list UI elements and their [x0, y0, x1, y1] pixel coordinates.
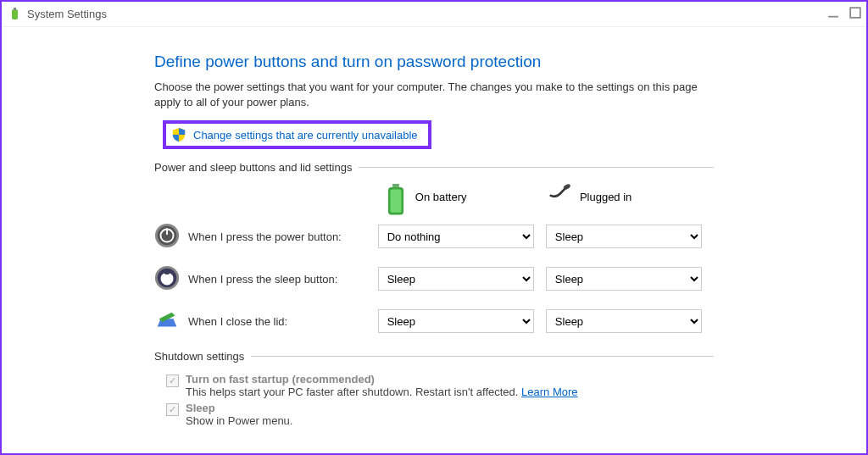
row-close-lid: When I close the lid: Sleep Sleep — [154, 308, 714, 335]
battery-icon — [385, 184, 407, 209]
fast-startup-desc: This helps start your PC faster after sh… — [186, 386, 578, 398]
power-button-plugged-select[interactable]: Sleep — [546, 225, 702, 248]
uac-shield-icon — [171, 127, 186, 142]
lid-icon — [154, 308, 180, 335]
svg-rect-0 — [12, 9, 18, 19]
content-area: Define power buttons and turn on passwor… — [2, 27, 866, 427]
power-options-icon — [8, 8, 22, 21]
learn-more-link[interactable]: Learn More — [521, 386, 577, 398]
power-button-icon — [154, 223, 180, 250]
column-plugged: Plugged in — [549, 184, 714, 209]
row-power-label: When I press the power button: — [188, 230, 378, 243]
fast-startup-checkbox[interactable] — [166, 375, 179, 387]
window-title: System Settings — [27, 8, 107, 20]
plug-icon — [549, 184, 571, 209]
fast-startup-title: Turn on fast startup (recommended) — [186, 373, 578, 386]
section-buttons-label: Power and sleep buttons and lid settings — [154, 161, 714, 174]
column-battery: On battery — [385, 184, 549, 209]
titlebar: System Settings — [2, 2, 866, 27]
row-sleep-button: When I press the sleep button: Sleep Sle… — [154, 265, 714, 292]
power-button-battery-select[interactable]: Do nothing — [378, 225, 534, 248]
lid-plugged-select[interactable]: Sleep — [546, 309, 702, 333]
sleep-button-battery-select[interactable]: Sleep — [378, 267, 534, 291]
svg-rect-3 — [850, 8, 860, 18]
page-heading: Define power buttons and turn on passwor… — [154, 53, 714, 71]
column-plugged-label: Plugged in — [580, 191, 632, 203]
change-settings-link[interactable]: Change settings that are currently unava… — [163, 120, 431, 149]
minimize-button[interactable] — [827, 7, 839, 19]
svg-rect-6 — [390, 190, 401, 213]
row-sleep-label: When I press the sleep button: — [188, 273, 378, 286]
checkbox-fast-startup: Turn on fast startup (recommended) This … — [166, 373, 714, 398]
svg-rect-1 — [14, 8, 16, 10]
change-settings-text: Change settings that are currently unava… — [193, 129, 418, 141]
checkbox-sleep: Sleep Show in Power menu. — [166, 402, 714, 427]
lid-battery-select[interactable]: Sleep — [378, 309, 534, 333]
page-description: Choose the power settings that you want … — [154, 80, 714, 110]
sleep-button-icon — [154, 265, 180, 292]
columns-header: On battery Plugged in — [154, 184, 714, 209]
svg-rect-4 — [392, 184, 399, 187]
maximize-button[interactable] — [849, 7, 861, 19]
sleep-button-plugged-select[interactable]: Sleep — [546, 267, 702, 291]
sleep-checkbox[interactable] — [166, 403, 179, 416]
column-battery-label: On battery — [415, 191, 467, 203]
section-shutdown-label: Shutdown settings — [154, 350, 714, 363]
row-power-button: When I press the power button: Do nothin… — [154, 223, 714, 250]
row-lid-label: When I close the lid: — [188, 315, 378, 328]
sleep-desc: Show in Power menu. — [186, 414, 292, 427]
sleep-title: Sleep — [186, 402, 292, 414]
